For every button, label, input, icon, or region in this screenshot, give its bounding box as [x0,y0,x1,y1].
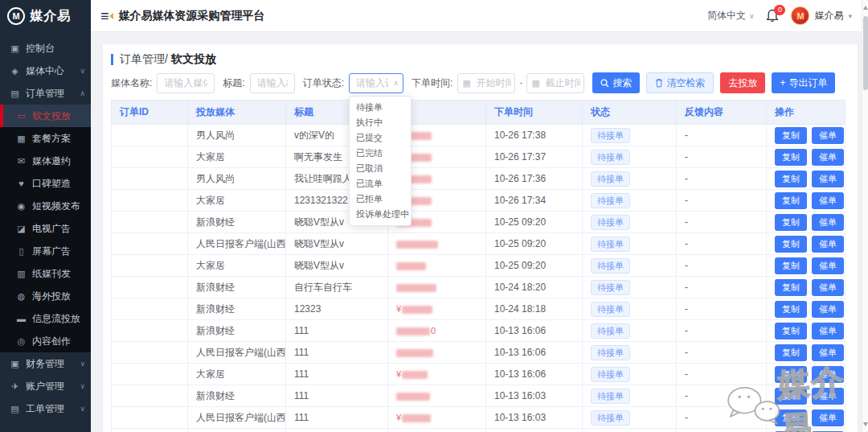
media-name-input[interactable] [157,73,215,93]
copy-button[interactable]: 复制 [775,214,807,231]
breadcrumb-section: 订单管理/ [120,52,168,67]
paper-icon: ▥ [16,269,27,279]
remind-button[interactable]: 催单 [812,171,844,187]
copy-button[interactable]: 复制 [775,257,807,274]
copy-button[interactable]: 复制 [775,279,807,296]
copy-button[interactable]: 复制 [775,171,807,187]
remind-button[interactable]: 催单 [812,388,844,405]
user-menu[interactable]: M 媒介易 ▾ [791,6,852,25]
feed-icon: ▬ [16,314,27,323]
remind-button[interactable]: 催单 [812,301,844,318]
remind-button[interactable]: 催单 [812,366,844,383]
order-status-select: ∧ 待接单执行中已提交已完结已取消已流单已拒单投诉单处理中 [349,73,403,93]
export-button-label: 导出订单 [788,76,827,90]
sidebar-item-print-media[interactable]: ▥纸媒刊发 [0,262,91,285]
dropdown-option[interactable]: 已拒单 [350,191,411,207]
cell-actions: 复制催单 [767,364,845,385]
dropdown-option[interactable]: 投诉单处理中 [350,207,411,222]
sidebar-item-short-video[interactable]: ◉短视频发布 [0,195,91,217]
sidebar-item-label: 内容创作 [32,335,71,348]
scrollbar-thumb[interactable] [863,16,868,90]
dropdown-option[interactable]: 已取消 [350,161,411,176]
copy-button[interactable]: 复制 [775,323,807,339]
sidebar-item-info-flow[interactable]: ▬信息流投放 [0,307,91,330]
cell-feedback: - [677,320,767,342]
finance-icon: ▣ [10,359,20,369]
copy-button[interactable]: 复制 [775,388,807,405]
copy-button[interactable]: 复制 [775,366,807,383]
publish-button[interactable]: 去投放 [720,72,765,93]
scroll-up-arrow-icon[interactable] [863,6,868,10]
status-badge: 待接单 [591,345,630,360]
sidebar-item-account[interactable]: ✈账户管理∨ [0,375,91,397]
masked-price-prefix: ¥ [396,369,401,379]
copy-button[interactable]: 复制 [775,344,807,361]
cell-media: 人民日报客户端(山西晚报) [188,233,286,255]
sidebar-item-label: 软文投放 [32,109,71,123]
sidebar-item-reputation[interactable]: ♥口碑塑造 [0,172,91,195]
content-card: 订单管理/ 软文投放 媒体名称: 标题: 订单状态: ∧ 待接单执行中已提交已完… [103,44,858,432]
topbar-right: 简体中文 ∨ 0 M 媒介易 ▾ [707,6,852,25]
dropdown-option[interactable]: 已完结 [350,146,411,161]
sidebar-item-media-center[interactable]: ◈媒体中心∨ [0,60,91,82]
remind-button[interactable]: 催单 [812,192,844,209]
dropdown-option[interactable]: 已提交 [350,130,411,146]
remind-button[interactable]: 催单 [812,279,844,296]
search-button[interactable]: 搜索 [592,72,640,93]
page-scrollbar[interactable] [862,0,868,432]
sidebar-item-overseas[interactable]: ◍海外投放 [0,285,91,307]
sidebar-item-label: 媒体邀约 [32,154,71,168]
status-badge: 待接单 [591,367,630,382]
title-input[interactable] [250,73,295,93]
sidebar-item-tv-ad[interactable]: ◪电视广告 [0,217,91,240]
notifications-button[interactable]: 0 [766,9,779,23]
dropdown-option[interactable]: 已流单 [350,176,411,191]
sidebar-item-package-plan[interactable]: ▦套餐方案 [0,127,91,150]
copy-button[interactable]: 复制 [775,192,807,209]
remind-button[interactable]: 催单 [812,236,844,253]
remind-button[interactable]: 催单 [812,257,844,274]
sidebar-item-console[interactable]: ▣控制台 [0,37,91,60]
cell-actions: 复制催单 [767,146,845,168]
column-header: 操作 [767,101,845,125]
masked-price-suffix: 0 [431,326,436,335]
title-label: 标题: [223,76,244,90]
copy-button[interactable]: 复制 [775,127,807,144]
remind-button[interactable]: 催单 [812,214,844,231]
sidebar-item-screen-ad[interactable]: ▯屏幕广告 [0,240,91,262]
clear-search-button[interactable]: 清空检索 [646,72,714,93]
sidebar-item-media-invite[interactable]: ✉媒体邀约 [0,150,91,172]
cell-actions: 复制催单 [767,342,845,364]
status-badge: 待接单 [591,193,630,208]
chevron-down-icon: ∨ [80,405,85,413]
export-orders-button[interactable]: + 导出订单 [772,72,835,93]
cell-order-time: 10-13 16:06 [486,364,583,385]
remind-button[interactable]: 催单 [812,127,844,144]
sidebar-item-work-order[interactable]: ▤工单管理∨ [0,397,91,420]
copy-button[interactable]: 复制 [775,236,807,253]
cell-price: 0 [388,320,486,342]
copy-button[interactable]: 复制 [775,409,807,426]
menu-collapse-icon[interactable]: ≡ [100,9,109,23]
remind-button[interactable]: 催单 [812,344,844,361]
sidebar-item-soft-text[interactable]: ▭软文投放 [0,105,91,127]
language-selector[interactable]: 简体中文 ∨ [707,9,755,23]
status-badge: 待接单 [591,302,630,317]
remind-button[interactable]: 催单 [812,409,844,426]
sidebar-item-finance[interactable]: ▣财务管理∨ [0,352,91,375]
sidebar-item-order-management[interactable]: ▤订单管理∧ [0,82,91,105]
dropdown-option[interactable]: 待接单 [350,100,411,115]
cell-actions: 复制催单 [767,125,845,146]
table-row: 大家居111¥10-13 16:06待接单-复制催单 [112,364,845,385]
copy-button[interactable]: 复制 [775,301,807,318]
cell-order-time: 10-13 16:03 [486,385,583,407]
scroll-down-arrow-icon[interactable] [863,422,868,426]
dropdown-option[interactable]: 执行中 [350,115,411,130]
copy-button[interactable]: 复制 [775,149,807,166]
remind-button[interactable]: 催单 [812,149,844,166]
masked-price [396,393,430,401]
sidebar-item-content-creation[interactable]: ◎内容创作 [0,330,91,352]
content-icon: ◎ [16,336,27,347]
cell-order-time: 10-26 17:34 [486,190,583,212]
remind-button[interactable]: 催单 [812,323,844,339]
